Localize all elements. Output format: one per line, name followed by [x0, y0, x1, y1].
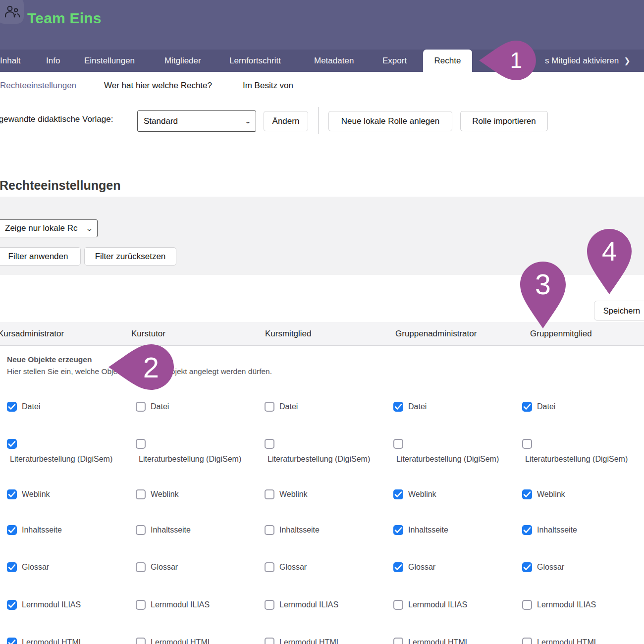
permission-cell: Inhaltsseite — [393, 511, 522, 548]
checked-checkbox-weblink[interactable] — [522, 489, 532, 499]
permission-cell: Glossar — [265, 548, 393, 586]
didactic-template-select[interactable]: Standard ⌄ — [137, 110, 256, 132]
checkbox-label: Lernmodul ILIAS — [279, 600, 338, 609]
tab-info[interactable]: Info — [46, 50, 60, 72]
unchecked-checkbox-lernmodul-ilias[interactable] — [136, 600, 146, 610]
tab-einstellungen[interactable]: Einstellungen — [84, 50, 135, 72]
permission-cell: Datei — [393, 388, 522, 425]
checkbox-label: Weblink — [279, 490, 308, 499]
checkbox-label: Inhaltsseite — [279, 526, 320, 535]
permission-cell: Glossar — [7, 548, 136, 586]
checkbox-label: Glossar — [22, 563, 49, 572]
checkbox-label: Glossar — [279, 563, 307, 572]
unchecked-checkbox-inhaltsseite[interactable] — [136, 525, 146, 535]
tab-inhalt[interactable]: Inhalt — [0, 50, 21, 72]
unchecked-checkbox-inhaltsseite[interactable] — [265, 525, 274, 535]
column-header-kursadministrator: Kursadministrator — [0, 322, 64, 345]
checked-checkbox-weblink[interactable] — [7, 489, 17, 499]
permission-cell: Datei — [136, 388, 265, 425]
apply-filter-button[interactable]: Filter anwenden — [0, 247, 81, 266]
import-role-button[interactable]: Rolle importieren — [460, 111, 548, 131]
checked-checkbox-lernmodul-html[interactable] — [7, 638, 17, 644]
chevron-down-icon: ⌄ — [244, 117, 252, 125]
chevron-down-icon: ⌄ — [86, 225, 93, 232]
tab-rechte[interactable]: Rechte — [423, 50, 472, 72]
didactic-template-label: Angewandte didaktische Vorlage: — [0, 114, 113, 124]
unchecked-checkbox-lernmodul-html[interactable] — [136, 638, 146, 644]
permission-group-header: Neue Objekte erzeugen Hier stellen Sie e… — [0, 346, 644, 388]
save-button[interactable]: Speichern — [594, 301, 644, 321]
checkbox-label: Datei — [22, 402, 40, 411]
subtab-im-besitz-von[interactable]: Im Besitz von — [243, 72, 293, 99]
permission-cell: Literaturbestellung (DigiSem) — [522, 425, 644, 477]
checked-checkbox-glossar[interactable] — [522, 562, 532, 572]
tab-als-mitglied-aktivieren[interactable]: s Mitglied aktivieren❯ — [545, 50, 631, 72]
permission-cell: Datei — [265, 388, 393, 425]
unchecked-checkbox-lernmodul-html[interactable] — [265, 638, 274, 644]
permission-cell: Literaturbestellung (DigiSem) — [265, 425, 393, 477]
unchecked-checkbox-literaturbestellung-digisem-[interactable] — [136, 439, 146, 449]
checked-checkbox-datei[interactable] — [522, 402, 532, 412]
chevron-right-icon: ❯ — [624, 56, 630, 65]
unchecked-checkbox-lernmodul-html[interactable] — [522, 638, 532, 644]
unchecked-checkbox-lernmodul-html[interactable] — [393, 638, 403, 644]
permission-cell: Inhaltsseite — [265, 511, 393, 548]
unchecked-checkbox-datei[interactable] — [265, 402, 274, 412]
checked-checkbox-datei[interactable] — [7, 402, 17, 412]
permissions-page: Team Eins InhaltInfoEinstellungenMitglie… — [0, 0, 644, 644]
tab-lernfortschritt[interactable]: Lernfortschritt — [229, 50, 281, 72]
checkbox-label: Literaturbestellung (DigiSem) — [525, 455, 628, 464]
unchecked-checkbox-weblink[interactable] — [136, 489, 146, 499]
checked-checkbox-inhaltsseite[interactable] — [522, 525, 532, 535]
checkbox-label: Weblink — [537, 490, 565, 499]
permission-cell: Inhaltsseite — [136, 511, 265, 548]
reset-filter-button[interactable]: Filter zurücksetzen — [84, 247, 176, 266]
permission-cell: Lernmodul HTML — [136, 624, 265, 644]
checked-checkbox-datei[interactable] — [393, 402, 403, 412]
sub-tab-bar: RechteeinstellungenWer hat hier welche R… — [0, 72, 644, 99]
subtab-rechteeinstellungen[interactable]: Rechteeinstellungen — [0, 72, 76, 99]
checkbox-label: Datei — [408, 402, 427, 411]
unchecked-checkbox-glossar[interactable] — [136, 562, 146, 572]
checked-checkbox-glossar[interactable] — [393, 562, 403, 572]
unchecked-checkbox-glossar[interactable] — [265, 562, 274, 572]
unchecked-checkbox-lernmodul-ilias[interactable] — [265, 600, 274, 610]
new-local-role-button[interactable]: Neue lokale Rolle anlegen — [328, 111, 452, 131]
tab-metadaten[interactable]: Metadaten — [314, 50, 354, 72]
checked-checkbox-inhaltsseite[interactable] — [7, 525, 17, 535]
checked-checkbox-weblink[interactable] — [393, 489, 403, 499]
permission-cell: Datei — [522, 388, 644, 425]
tab-mitglieder[interactable]: Mitglieder — [164, 50, 201, 72]
unchecked-checkbox-literaturbestellung-digisem-[interactable] — [265, 439, 274, 449]
checkbox-label: Glossar — [408, 563, 435, 572]
checked-checkbox-inhaltsseite[interactable] — [393, 525, 403, 535]
checkbox-label: Lernmodul ILIAS — [408, 600, 467, 609]
unchecked-checkbox-literaturbestellung-digisem-[interactable] — [393, 439, 403, 449]
unchecked-checkbox-literaturbestellung-digisem-[interactable] — [522, 439, 532, 449]
change-template-button[interactable]: Ändern — [264, 111, 308, 131]
checkbox-label: Lernmodul HTML — [537, 638, 598, 644]
unchecked-checkbox-lernmodul-ilias[interactable] — [393, 600, 403, 610]
section-heading: Rechteeinstellungen — [0, 178, 121, 193]
role-filter-select-value: Zeige nur lokale Rc — [5, 223, 77, 233]
checkbox-label: Inhaltsseite — [151, 526, 191, 535]
permission-cell: Lernmodul ILIAS — [393, 586, 522, 624]
permission-cell: Weblink — [265, 477, 393, 511]
checked-checkbox-glossar[interactable] — [7, 562, 17, 572]
checkbox-label: Lernmodul HTML — [151, 638, 212, 644]
group-icon — [0, 0, 24, 24]
roles-header-row: KursadministratorKurstutorKursmitgliedGr… — [0, 322, 644, 346]
unchecked-checkbox-lernmodul-ilias[interactable] — [522, 600, 532, 610]
group-description: Hier stellen Sie ein, welche Objekte in … — [7, 367, 272, 376]
permission-row-glossar: GlossarGlossarGlossarGlossarGlossar — [0, 548, 644, 586]
permission-row-lernmodul-ilias: Lernmodul ILIASLernmodul ILIASLernmodul … — [0, 586, 644, 624]
checked-checkbox-literaturbestellung-digisem-[interactable] — [7, 439, 17, 449]
role-filter-select[interactable]: Zeige nur lokale Rc ⌄ — [0, 219, 98, 237]
tab-export[interactable]: Export — [382, 50, 407, 72]
checked-checkbox-lernmodul-ilias[interactable] — [7, 600, 17, 610]
permission-cell: Glossar — [522, 548, 644, 586]
unchecked-checkbox-weblink[interactable] — [265, 489, 274, 499]
subtab-wer-hat-hier-welche-rechte-[interactable]: Wer hat hier welche Rechte? — [104, 72, 212, 99]
unchecked-checkbox-datei[interactable] — [136, 402, 146, 412]
column-header-gruppenmitglied: Gruppenmitglied — [530, 322, 592, 345]
